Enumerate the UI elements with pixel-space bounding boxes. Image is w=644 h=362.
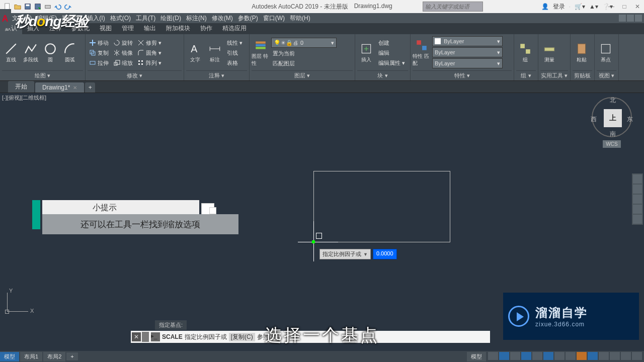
group-button[interactable]: 组 [516, 39, 534, 67]
block-attr[interactable]: 编辑属性▾ [377, 58, 407, 67]
doc-max-icon[interactable] [627, 15, 634, 22]
status-model[interactable]: 模型 [0, 352, 19, 361]
search-input[interactable]: 输入关键字或短语 [423, 2, 483, 12]
linear-button[interactable]: 线性▾ [225, 38, 244, 47]
cmdline-close-icon[interactable]: ✕ [132, 332, 141, 341]
doctab-new[interactable]: + [85, 82, 95, 93]
cmdline-handle[interactable] [142, 332, 149, 342]
qat-undo-icon[interactable] [53, 2, 62, 11]
status-iso-icon[interactable] [532, 352, 542, 360]
doc-close-icon[interactable] [635, 15, 642, 22]
menu-draw[interactable]: 绘图(D) [160, 14, 181, 23]
qat-save-icon[interactable] [23, 2, 32, 11]
prop-color[interactable]: ByLayer▾ [432, 36, 503, 46]
navbar-pan-icon[interactable] [633, 185, 642, 194]
status-snap-icon[interactable] [499, 352, 509, 360]
status-layout1[interactable]: 布局1 [20, 352, 42, 361]
qat-plot-icon[interactable] [43, 2, 52, 11]
prop-ltype[interactable]: ByLayer▾ [432, 58, 503, 68]
user-icon[interactable]: 👤 [541, 3, 549, 10]
minimize-icon[interactable]: — [605, 1, 618, 12]
status-layout2[interactable]: 布局2 [43, 352, 65, 361]
panel-view-title[interactable]: 视图 ▾ [597, 70, 616, 79]
menu-insert[interactable]: 插入(I) [87, 14, 105, 23]
block-create[interactable]: 创建 [377, 38, 407, 47]
viewcube-north[interactable]: 北 [610, 96, 616, 105]
doc-min-icon[interactable] [619, 15, 626, 22]
status-custom-icon[interactable] [632, 352, 642, 360]
status-cycle-icon[interactable] [577, 352, 587, 360]
exchange-icon[interactable]: 🛒▾ [575, 3, 585, 10]
viewcube-east[interactable]: 东 [627, 115, 633, 124]
app-menu-icon[interactable] [0, 9, 11, 28]
array-button[interactable]: 阵列▾ [136, 58, 163, 67]
tab-featured[interactable]: 精选应用 [217, 23, 252, 34]
panel-layer-title[interactable]: 图层 ▾ [252, 70, 353, 79]
qat-redo-icon[interactable] [63, 2, 72, 11]
cmd-option-copy[interactable]: [复制(C) [229, 333, 255, 341]
rotate-button[interactable]: 旋转 [112, 38, 134, 47]
wcs-tag[interactable]: WCS [603, 140, 620, 148]
measure-button[interactable]: 测量 [540, 39, 558, 67]
leader-button[interactable]: 引线 [225, 48, 244, 57]
menu-format[interactable]: 格式(O) [110, 14, 131, 23]
polyline-button[interactable]: 多段线 [22, 39, 40, 67]
prop-lweight[interactable]: ByLayer▾ [432, 47, 503, 57]
doctab-close-icon[interactable]: ✕ [73, 85, 77, 90]
dim-button[interactable]: 标注 [206, 39, 224, 67]
panel-clip-title[interactable]: 剪贴板 [573, 70, 592, 79]
panel-modify-title[interactable]: 修改 ▾ [88, 70, 182, 79]
basepoint-button[interactable]: 基点 [597, 39, 615, 67]
doctab-drawing1[interactable]: Drawing1*✕ [35, 82, 84, 93]
status-qp-icon[interactable] [599, 352, 609, 360]
block-edit[interactable]: 编辑 [377, 48, 407, 57]
panel-props-title[interactable]: 特性 ▾ [413, 70, 512, 79]
move-button[interactable]: 移动 [88, 38, 110, 47]
close-icon[interactable]: ✕ [631, 1, 644, 12]
menu-help[interactable]: 帮助(H) [290, 14, 310, 23]
viewcube-top[interactable]: 上 [604, 109, 622, 127]
trim-button[interactable]: 修剪▾ [136, 38, 163, 47]
text-button[interactable]: A文字 [186, 39, 204, 67]
maximize-icon[interactable]: □ [618, 1, 631, 12]
panel-util-title[interactable]: 实用工具 ▾ [540, 70, 568, 79]
layer-match[interactable]: 匹配图层 [271, 59, 337, 68]
qat-open-icon[interactable] [13, 2, 22, 11]
layer-setcurrent[interactable]: 置为当前 [271, 49, 296, 58]
status-lweight-icon[interactable] [554, 352, 565, 360]
login-link[interactable]: 登录 [553, 3, 565, 11]
panel-draw-title[interactable]: 绘图 ▾ [2, 70, 83, 79]
panel-group-title[interactable]: 组 ▾ [516, 70, 536, 79]
stretch-button[interactable]: 拉伸 [88, 58, 110, 67]
paste-button[interactable]: 粘贴 [573, 39, 591, 67]
fillet-button[interactable]: 圆角▾ [136, 48, 163, 57]
circle-button[interactable]: 圆 [41, 39, 59, 67]
qat-saveas-icon[interactable] [33, 2, 42, 11]
status-model-toggle[interactable]: 模型 [467, 352, 486, 361]
matchprop-button[interactable]: 特性 匹配 [413, 39, 431, 67]
table-button[interactable]: 表格 [225, 58, 244, 67]
viewport-label[interactable]: [-][俯视][二维线框] [2, 94, 46, 102]
viewcube-south[interactable]: 南 [610, 130, 616, 138]
menu-tools[interactable]: 工具(T) [136, 14, 155, 23]
tab-collab[interactable]: 协作 [195, 23, 217, 34]
status-polar-icon[interactable] [521, 352, 531, 360]
status-units-icon[interactable] [610, 352, 620, 360]
viewcube-west[interactable]: 西 [591, 115, 597, 124]
tab-manage[interactable]: 管理 [117, 23, 139, 34]
arc-button[interactable]: 圆弧 [61, 39, 79, 67]
status-clean-icon[interactable] [621, 352, 631, 360]
tab-addins[interactable]: 附加模块 [161, 23, 195, 34]
insert-button[interactable]: 插入 [357, 39, 375, 67]
navbar-showmotion-icon[interactable] [633, 215, 642, 224]
dyn-value-input[interactable]: 0.0000 [373, 249, 397, 259]
tab-output[interactable]: 输出 [139, 23, 161, 34]
panel-annot-title[interactable]: 注释 ▾ [186, 70, 247, 79]
status-dyn-icon[interactable] [588, 352, 598, 360]
navbar-zoom-icon[interactable] [633, 195, 642, 204]
scale-button[interactable]: 缩放 [112, 58, 134, 67]
menu-window[interactable]: 窗口(W) [263, 14, 285, 23]
menu-dim[interactable]: 标注(N) [186, 14, 207, 23]
line-button[interactable]: 直线 [2, 39, 20, 67]
layer-combo[interactable]: 💡☀🔒🖨 0▾ [271, 38, 337, 48]
